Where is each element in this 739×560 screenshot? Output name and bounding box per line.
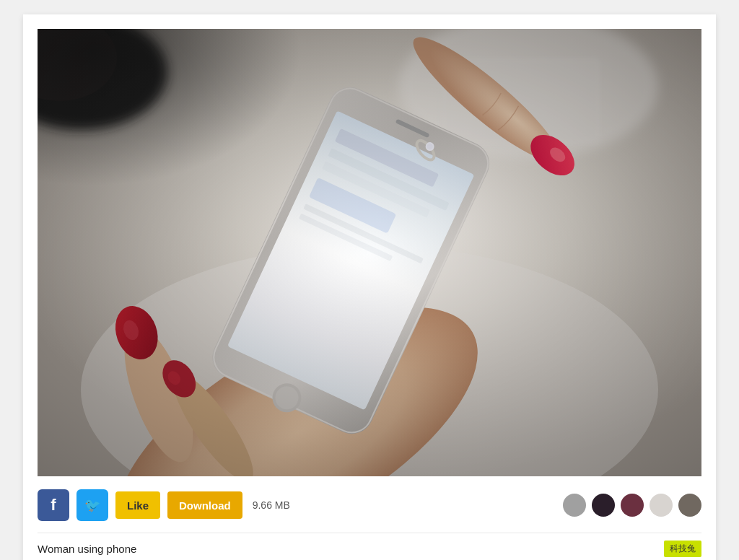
- facebook-icon: f: [51, 496, 56, 515]
- download-button[interactable]: Download: [167, 491, 242, 519]
- svg-rect-32: [38, 29, 701, 476]
- swatch-warm-gray[interactable]: [678, 494, 701, 517]
- twitter-icon: 🐦: [84, 497, 100, 513]
- twitter-button[interactable]: 🐦: [76, 489, 108, 521]
- caption-text: Woman using phone: [38, 543, 136, 555]
- swatch-dark-red[interactable]: [621, 494, 644, 517]
- facebook-button[interactable]: f: [38, 489, 69, 521]
- swatch-dark-purple[interactable]: [592, 494, 615, 517]
- tag-badge: 科技兔: [664, 541, 701, 557]
- like-button[interactable]: Like: [115, 491, 160, 519]
- color-swatches: [563, 494, 701, 517]
- image-wrapper: [38, 29, 701, 476]
- main-container: f 🐦 Like Download 9.66 MB Woman using ph…: [23, 14, 716, 560]
- swatch-light-gray[interactable]: [650, 494, 673, 517]
- caption-row: Woman using phone 科技兔: [38, 533, 701, 560]
- file-size: 9.66 MB: [253, 499, 290, 511]
- swatch-gray[interactable]: [563, 494, 586, 517]
- toolbar: f 🐦 Like Download 9.66 MB: [38, 476, 701, 530]
- photo-image: [38, 29, 701, 476]
